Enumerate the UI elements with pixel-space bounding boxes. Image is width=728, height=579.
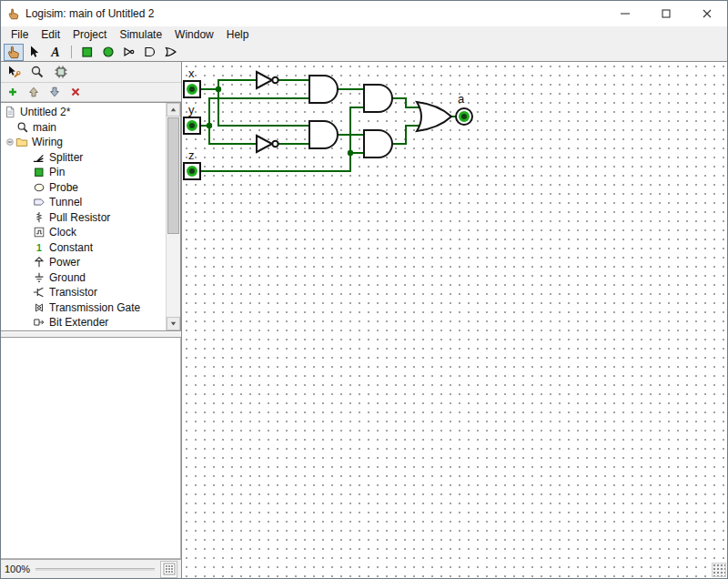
resize-grip[interactable] [712, 563, 726, 577]
wire-junction [348, 150, 353, 156]
tree-item-label: Power [49, 256, 80, 269]
minimize-button[interactable] [604, 1, 645, 26]
titlebar[interactable]: Logisim: main of Untitled 2 [1, 1, 727, 26]
close-button[interactable] [686, 1, 727, 26]
poke-tool-button[interactable] [4, 44, 24, 61]
tree-item-label: Ground [49, 271, 86, 284]
add-circuit-button[interactable] [3, 84, 22, 101]
tree-item-probe[interactable]: Probe [1, 180, 166, 196]
window-controls [604, 1, 727, 26]
toolbox-toolbar [1, 83, 181, 102]
circuit-canvas[interactable]: xyza [181, 62, 727, 578]
tree-item-pull-resistor[interactable]: Pull Resistor [1, 210, 166, 226]
tree-item-power[interactable]: Power [1, 255, 166, 270]
close-icon [700, 6, 714, 21]
not-gate-tool-button[interactable] [119, 44, 139, 61]
tree-item-clock[interactable]: Clock [1, 225, 166, 240]
pin-round-icon [101, 45, 116, 59]
tree-scrollbar[interactable] [166, 103, 180, 330]
menu-edit[interactable]: Edit [35, 27, 66, 42]
tree-item-label: Untitled 2* [20, 106, 70, 118]
probe-icon [33, 181, 46, 194]
output-pin-tool-button[interactable] [98, 44, 118, 61]
pin-value-indicator [188, 168, 197, 176]
menu-help[interactable]: Help [220, 27, 256, 42]
tree-item-label: Splitter [49, 151, 83, 164]
tree-item-ground[interactable]: Ground [1, 270, 166, 286]
svg-text:A: A [50, 46, 59, 59]
tunnel-icon [33, 196, 46, 208]
edit-tool-button[interactable] [25, 44, 45, 61]
wire[interactable] [218, 80, 257, 89]
not-gate[interactable] [257, 136, 272, 152]
tree-item-label: main [33, 121, 56, 134]
wire[interactable] [209, 98, 309, 126]
tree-item-pin[interactable]: Pin [1, 165, 166, 180]
edit-selection-button[interactable] [3, 63, 25, 82]
tree-item-transmission-gate[interactable]: Transmission Gate [1, 300, 166, 316]
scroll-up-button[interactable] [167, 103, 180, 117]
wire[interactable] [350, 107, 364, 153]
tree-item-constant[interactable]: 1Constant [1, 240, 166, 256]
menu-simulate[interactable]: Simulate [113, 27, 168, 42]
wire-junction [216, 86, 221, 92]
wire[interactable] [392, 98, 420, 107]
zoom-level[interactable]: 100% [5, 564, 30, 574]
wire-junction [207, 123, 212, 128]
move-circuit-down-button[interactable] [45, 84, 64, 101]
input-pin-tool-button[interactable] [77, 44, 97, 61]
text-a-icon: A [48, 45, 63, 59]
tree-item-bit-extender[interactable]: Bit Extender [1, 315, 166, 330]
minimize-icon [618, 6, 632, 21]
and-gate[interactable] [364, 130, 392, 157]
menu-project[interactable]: Project [66, 27, 113, 42]
and-gate[interactable] [309, 121, 338, 148]
tri-down-icon [168, 319, 178, 329]
move-circuit-up-button[interactable] [24, 84, 43, 101]
pull-resistor-icon [33, 211, 46, 224]
project-tree: Untitled 2*mainWiringSplitterPinProbeTun… [1, 103, 166, 330]
cursor-icon [27, 45, 42, 59]
wire[interactable] [209, 126, 257, 144]
tri-up-icon [168, 105, 178, 115]
text-tool-button[interactable]: A [46, 44, 66, 61]
scrollbar-thumb[interactable] [167, 117, 179, 234]
zoom-slider[interactable] [35, 568, 155, 571]
wire[interactable] [200, 153, 364, 171]
show-grid-button[interactable] [160, 561, 177, 578]
horizontal-splitter[interactable] [1, 331, 181, 338]
tree-item-tunnel[interactable]: Tunnel [1, 195, 166, 210]
menu-window[interactable]: Window [168, 27, 220, 42]
grid-icon [162, 562, 177, 576]
zoom-bar: 100% [1, 559, 181, 578]
tree-item-splitter[interactable]: Splitter [1, 150, 166, 166]
doc-icon [4, 106, 16, 118]
maximize-button[interactable] [645, 1, 686, 26]
tree-item-main[interactable]: main [1, 120, 166, 136]
wire[interactable] [218, 89, 309, 126]
scroll-down-button[interactable] [167, 317, 180, 330]
and-gate[interactable] [364, 85, 392, 112]
menu-file[interactable]: File [5, 27, 35, 42]
not-gate[interactable] [257, 72, 272, 88]
or-gate-tool-button[interactable] [161, 44, 181, 61]
power-icon [33, 256, 46, 269]
wire[interactable] [392, 126, 420, 144]
tree-item-transistor[interactable]: Transistor [1, 285, 166, 300]
pin-label: z [188, 148, 195, 162]
and-gate[interactable] [309, 76, 338, 103]
view-simulation-button[interactable] [50, 63, 72, 82]
view-toolbox-button[interactable] [26, 63, 48, 82]
remove-circuit-button[interactable] [66, 84, 85, 101]
constant-icon: 1 [33, 241, 46, 254]
and-gate-tool-button[interactable] [140, 44, 160, 61]
plus-icon [6, 86, 19, 98]
scrollbar-track[interactable] [167, 117, 180, 317]
tree-item-untitled-2[interactable]: Untitled 2* [1, 105, 166, 120]
hand-icon [6, 45, 21, 59]
pin-square-icon [33, 166, 46, 178]
tree-item-label: Transmission Gate [49, 301, 140, 314]
tree-item-wiring[interactable]: Wiring [1, 135, 166, 150]
arrow-down-icon [48, 86, 61, 98]
or-gate[interactable] [417, 102, 451, 131]
